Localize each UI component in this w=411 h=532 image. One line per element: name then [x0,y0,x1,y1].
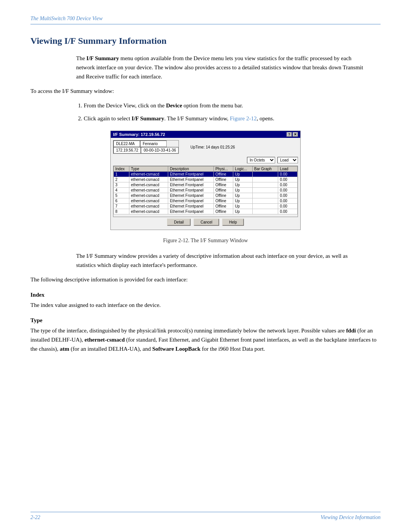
cell-description: Ethernet Frontpanel [168,198,213,204]
cell-index: 1 [114,172,129,177]
device-info-top: DLE22-MA Fennario [113,141,178,147]
octets-dropdown[interactable]: In Octets Out Octets [247,157,275,163]
close-button[interactable]: ✕ [293,132,298,137]
figure-link[interactable]: Figure 2-12 [230,115,256,121]
window-body: DLE22-MA Fennario 172.19.56.72 00-00-1D-… [111,138,300,230]
vendor-box: Fennario [140,141,167,147]
cell-physical: Offline [213,188,233,193]
cell-type: ethernet-csmacd [129,177,168,182]
access-instruction: To access the I/F Summary window: [30,86,381,96]
cell-physical: Offline [213,182,233,188]
intro-paragraph: The I/F Summary menu option available fr… [76,54,365,81]
cell-type: ethernet-csmacd [129,204,168,209]
col-logical: Logic... [233,166,253,172]
cell-index: 5 [114,193,129,198]
page-footer: 2-22 Viewing Device Information [30,512,381,521]
device-info-row: DLE22-MA Fennario 172.19.56.72 00-00-1D-… [113,140,298,154]
cell-index: 3 [114,182,129,188]
cell-physical: Offline [213,209,233,214]
type-heading: Type [30,317,381,324]
col-bargraph: Bar Graph [252,166,278,172]
steps-list: From the Device View, click on the Devic… [84,101,365,123]
cell-bargraph [252,177,278,182]
page-title: Viewing I/F Summary Information [30,36,381,46]
cell-type: ethernet-csmacd [129,209,168,214]
cell-description: Ethernet Frontpanel [168,182,213,188]
uptime-text: UpTime: 14 days 01:25:26 [190,145,235,149]
cancel-button[interactable]: Cancel [194,219,219,226]
cell-load: 0.00 [278,182,298,188]
cell-index: 8 [114,209,129,214]
cell-description: Ethernet Frontpanel [168,209,213,214]
col-load: Load [278,166,298,172]
cell-logical: Up [233,172,253,177]
cell-load: 0.00 [278,209,298,214]
figure-caption: Figure 2-12. The I/F Summary Window [30,238,381,244]
cell-load: 0.00 [278,177,298,182]
device-ip-box: 172.19.56.72 [113,147,141,153]
cell-bargraph [252,188,278,193]
index-heading: Index [30,292,381,298]
screenshot-window: I/F Summary: 172.19.56.72 ? ✕ DLE22-MA F… [110,131,301,230]
cell-logical: Up [233,182,253,188]
cell-bargraph [252,198,278,204]
table-row[interactable]: 3 ethernet-csmacd Ethernet Frontpanel Of… [114,182,298,188]
table-row[interactable]: 8 ethernet-csmacd Ethernet Frontpanel Of… [114,209,298,214]
cell-description: Ethernet Frontpanel [168,188,213,193]
cell-logical: Up [233,204,253,209]
table-body: 1 ethernet-csmacd Ethernet Frontpanel Of… [114,172,298,214]
cell-type: ethernet-csmacd [129,172,168,177]
table-header: Index Type Description Physi... Logic...… [114,166,298,172]
cell-bargraph [252,209,278,214]
window-controls: ? ✕ [287,132,298,137]
col-description: Description [168,166,213,172]
cell-description: Ethernet Frontpanel [168,172,213,177]
footer-page-number: 2-22 [30,514,40,521]
device-info-boxes: DLE22-MA Fennario 172.19.56.72 00-00-1D-… [113,140,179,154]
cell-type: ethernet-csmacd [129,182,168,188]
cell-physical: Offline [213,193,233,198]
col-physical: Physi... [213,166,233,172]
cell-load: 0.00 [278,204,298,209]
footer-title: Viewing Device Information [320,514,381,521]
cell-physical: Offline [213,177,233,182]
window-description: The I/F Summary window provides a variet… [76,251,365,270]
detail-button[interactable]: Detail [167,219,191,226]
cell-load: 0.00 [278,188,298,193]
cell-logical: Up [233,177,253,182]
type-body: The type of the interface, distinguished… [30,326,381,353]
table-row[interactable]: 6 ethernet-csmacd Ethernet Frontpanel Of… [114,198,298,204]
cell-description: Ethernet Frontpanel [168,204,213,209]
window-titlebar: I/F Summary: 172.19.56.72 ? ✕ [111,131,300,138]
help-btn[interactable]: Help [222,219,244,226]
cell-index: 2 [114,177,129,182]
load-dropdown[interactable]: Load Errors [277,157,298,163]
table-row[interactable]: 1 ethernet-csmacd Ethernet Frontpanel Of… [114,172,298,177]
cell-type: ethernet-csmacd [129,188,168,193]
table-row[interactable]: 4 ethernet-csmacd Ethernet Frontpanel Of… [114,188,298,193]
col-index: Index [114,166,129,172]
cell-logical: Up [233,188,253,193]
cell-physical: Offline [213,204,233,209]
table-row[interactable]: 7 ethernet-csmacd Ethernet Frontpanel Of… [114,204,298,209]
cell-description: Ethernet Frontpanel [168,177,213,182]
table-row[interactable]: 2 ethernet-csmacd Ethernet Frontpanel Of… [114,177,298,182]
cell-physical: Offline [213,198,233,204]
cell-type: ethernet-csmacd [129,198,168,204]
header-row: Index Type Description Physi... Logic...… [114,166,298,172]
cell-type: ethernet-csmacd [129,193,168,198]
cell-logical: Up [233,193,253,198]
cell-load: 0.00 [278,198,298,204]
cell-index: 7 [114,204,129,209]
help-button[interactable]: ? [287,132,292,137]
breadcrumb: The MultiSwitch 700 Device View [30,15,381,24]
cell-bargraph [252,182,278,188]
cell-load: 0.00 [278,172,298,177]
buttons-row: Detail Cancel Help [113,217,298,227]
cell-logical: Up [233,198,253,204]
cell-bargraph [252,204,278,209]
device-info-bottom: 172.19.56.72 00-00-1D-33-41-36 [113,147,178,153]
col-type: Type [129,166,168,172]
cell-index: 4 [114,188,129,193]
table-row[interactable]: 5 ethernet-csmacd Ethernet Frontpanel Of… [114,193,298,198]
